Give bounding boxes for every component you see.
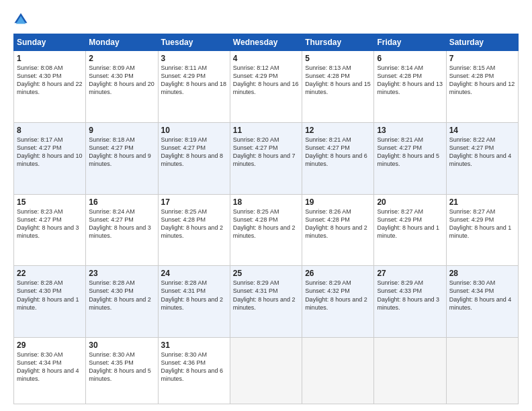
day-info: Sunrise: 8:09 AMSunset: 4:30 PMDaylight:… — [89, 64, 154, 97]
calendar-week-row: 1Sunrise: 8:08 AMSunset: 4:30 PMDaylight… — [14, 51, 519, 123]
weekday-header: Friday — [374, 34, 446, 51]
day-number: 18 — [233, 197, 299, 207]
day-number: 30 — [89, 340, 154, 350]
day-number: 12 — [305, 126, 371, 135]
day-info: Sunrise: 8:30 AMSunset: 4:36 PMDaylight:… — [161, 351, 227, 383]
calendar-day-cell: 18Sunrise: 8:25 AMSunset: 4:28 PMDayligh… — [230, 194, 302, 266]
day-number: 4 — [233, 54, 299, 63]
calendar-header-row: SundayMondayTuesdayWednesdayThursdayFrid… — [14, 34, 519, 51]
day-number: 19 — [305, 197, 371, 207]
calendar-day-cell: 11Sunrise: 8:20 AMSunset: 4:27 PMDayligh… — [230, 122, 302, 194]
calendar-day-cell: 21Sunrise: 8:27 AMSunset: 4:29 PMDayligh… — [446, 194, 518, 266]
day-number: 15 — [17, 197, 83, 207]
day-number: 26 — [305, 269, 371, 278]
calendar-day-cell — [230, 338, 302, 404]
calendar-day-cell: 4Sunrise: 8:12 AMSunset: 4:29 PMDaylight… — [230, 51, 302, 123]
day-number: 25 — [233, 269, 299, 278]
weekday-header: Wednesday — [230, 34, 302, 51]
day-number: 14 — [449, 126, 515, 135]
day-number: 1 — [17, 54, 83, 63]
weekday-header: Tuesday — [158, 34, 230, 51]
day-number: 11 — [233, 126, 299, 135]
day-info: Sunrise: 8:15 AMSunset: 4:28 PMDaylight:… — [449, 64, 515, 97]
calendar-week-row: 22Sunrise: 8:28 AMSunset: 4:30 PMDayligh… — [14, 266, 519, 338]
day-info: Sunrise: 8:27 AMSunset: 4:29 PMDaylight:… — [377, 208, 443, 240]
weekday-header: Thursday — [302, 34, 374, 51]
day-info: Sunrise: 8:28 AMSunset: 4:30 PMDaylight:… — [17, 279, 83, 312]
calendar-day-cell: 15Sunrise: 8:23 AMSunset: 4:27 PMDayligh… — [14, 194, 86, 266]
calendar-day-cell — [374, 338, 446, 404]
day-number: 31 — [161, 340, 227, 350]
day-info: Sunrise: 8:30 AMSunset: 4:35 PMDaylight:… — [89, 351, 154, 383]
day-info: Sunrise: 8:18 AMSunset: 4:27 PMDaylight:… — [89, 136, 154, 169]
day-number: 5 — [305, 54, 371, 63]
calendar-day-cell: 31Sunrise: 8:30 AMSunset: 4:36 PMDayligh… — [158, 338, 230, 404]
day-number: 28 — [449, 269, 515, 278]
calendar-day-cell: 19Sunrise: 8:26 AMSunset: 4:28 PMDayligh… — [302, 194, 374, 266]
calendar-day-cell: 6Sunrise: 8:14 AMSunset: 4:28 PMDaylight… — [374, 51, 446, 123]
day-info: Sunrise: 8:29 AMSunset: 4:33 PMDaylight:… — [377, 279, 443, 312]
calendar-day-cell: 23Sunrise: 8:28 AMSunset: 4:30 PMDayligh… — [86, 266, 158, 338]
day-number: 13 — [377, 126, 443, 135]
calendar-table: SundayMondayTuesdayWednesdayThursdayFrid… — [13, 34, 519, 404]
day-info: Sunrise: 8:30 AMSunset: 4:34 PMDaylight:… — [449, 279, 515, 312]
calendar-day-cell: 1Sunrise: 8:08 AMSunset: 4:30 PMDaylight… — [14, 51, 86, 123]
day-info: Sunrise: 8:29 AMSunset: 4:32 PMDaylight:… — [305, 279, 371, 312]
day-info: Sunrise: 8:30 AMSunset: 4:34 PMDaylight:… — [17, 351, 83, 383]
calendar-week-row: 29Sunrise: 8:30 AMSunset: 4:34 PMDayligh… — [14, 338, 519, 404]
day-number: 29 — [17, 340, 83, 350]
calendar-day-cell: 5Sunrise: 8:13 AMSunset: 4:28 PMDaylight… — [302, 51, 374, 123]
calendar-week-row: 8Sunrise: 8:17 AMSunset: 4:27 PMDaylight… — [14, 122, 519, 194]
day-info: Sunrise: 8:20 AMSunset: 4:27 PMDaylight:… — [233, 136, 299, 169]
day-info: Sunrise: 8:12 AMSunset: 4:29 PMDaylight:… — [233, 64, 299, 97]
calendar-day-cell — [446, 338, 518, 404]
day-info: Sunrise: 8:08 AMSunset: 4:30 PMDaylight:… — [17, 64, 83, 97]
calendar-day-cell: 30Sunrise: 8:30 AMSunset: 4:35 PMDayligh… — [86, 338, 158, 404]
calendar-day-cell: 14Sunrise: 8:22 AMSunset: 4:27 PMDayligh… — [446, 122, 518, 194]
day-info: Sunrise: 8:11 AMSunset: 4:29 PMDaylight:… — [161, 64, 227, 97]
day-number: 23 — [89, 269, 154, 278]
day-info: Sunrise: 8:21 AMSunset: 4:27 PMDaylight:… — [377, 136, 443, 169]
day-info: Sunrise: 8:14 AMSunset: 4:28 PMDaylight:… — [377, 64, 443, 97]
day-info: Sunrise: 8:17 AMSunset: 4:27 PMDaylight:… — [17, 136, 83, 169]
calendar-day-cell: 9Sunrise: 8:18 AMSunset: 4:27 PMDaylight… — [86, 122, 158, 194]
day-info: Sunrise: 8:13 AMSunset: 4:28 PMDaylight:… — [305, 64, 371, 97]
day-number: 20 — [377, 197, 443, 207]
day-info: Sunrise: 8:25 AMSunset: 4:28 PMDaylight:… — [233, 208, 299, 240]
calendar-week-row: 15Sunrise: 8:23 AMSunset: 4:27 PMDayligh… — [14, 194, 519, 266]
day-number: 27 — [377, 269, 443, 278]
day-number: 24 — [161, 269, 227, 278]
day-number: 16 — [89, 197, 154, 207]
calendar-day-cell: 7Sunrise: 8:15 AMSunset: 4:28 PMDaylight… — [446, 51, 518, 123]
day-number: 3 — [161, 54, 227, 63]
calendar-day-cell: 25Sunrise: 8:29 AMSunset: 4:31 PMDayligh… — [230, 266, 302, 338]
calendar-day-cell: 13Sunrise: 8:21 AMSunset: 4:27 PMDayligh… — [374, 122, 446, 194]
day-info: Sunrise: 8:21 AMSunset: 4:27 PMDaylight:… — [305, 136, 371, 169]
weekday-header: Saturday — [446, 34, 518, 51]
calendar-day-cell: 20Sunrise: 8:27 AMSunset: 4:29 PMDayligh… — [374, 194, 446, 266]
day-info: Sunrise: 8:27 AMSunset: 4:29 PMDaylight:… — [449, 208, 515, 240]
calendar-day-cell: 26Sunrise: 8:29 AMSunset: 4:32 PMDayligh… — [302, 266, 374, 338]
day-number: 21 — [449, 197, 515, 207]
weekday-header: Monday — [86, 34, 158, 51]
logo — [13, 12, 31, 27]
calendar-day-cell: 22Sunrise: 8:28 AMSunset: 4:30 PMDayligh… — [14, 266, 86, 338]
calendar-day-cell: 16Sunrise: 8:24 AMSunset: 4:27 PMDayligh… — [86, 194, 158, 266]
day-info: Sunrise: 8:29 AMSunset: 4:31 PMDaylight:… — [233, 279, 299, 312]
weekday-header: Sunday — [14, 34, 86, 51]
day-number: 8 — [17, 126, 83, 135]
calendar-day-cell: 10Sunrise: 8:19 AMSunset: 4:27 PMDayligh… — [158, 122, 230, 194]
calendar-day-cell: 2Sunrise: 8:09 AMSunset: 4:30 PMDaylight… — [86, 51, 158, 123]
header — [13, 12, 519, 27]
day-number: 10 — [161, 126, 227, 135]
day-info: Sunrise: 8:22 AMSunset: 4:27 PMDaylight:… — [449, 136, 515, 169]
day-number: 2 — [89, 54, 154, 63]
day-info: Sunrise: 8:28 AMSunset: 4:31 PMDaylight:… — [161, 279, 227, 312]
page: SundayMondayTuesdayWednesdayThursdayFrid… — [0, 0, 532, 411]
day-info: Sunrise: 8:23 AMSunset: 4:27 PMDaylight:… — [17, 208, 83, 240]
day-info: Sunrise: 8:25 AMSunset: 4:28 PMDaylight:… — [161, 208, 227, 240]
day-info: Sunrise: 8:28 AMSunset: 4:30 PMDaylight:… — [89, 279, 154, 312]
day-number: 22 — [17, 269, 83, 278]
calendar-day-cell: 8Sunrise: 8:17 AMSunset: 4:27 PMDaylight… — [14, 122, 86, 194]
logo-icon — [13, 12, 28, 27]
